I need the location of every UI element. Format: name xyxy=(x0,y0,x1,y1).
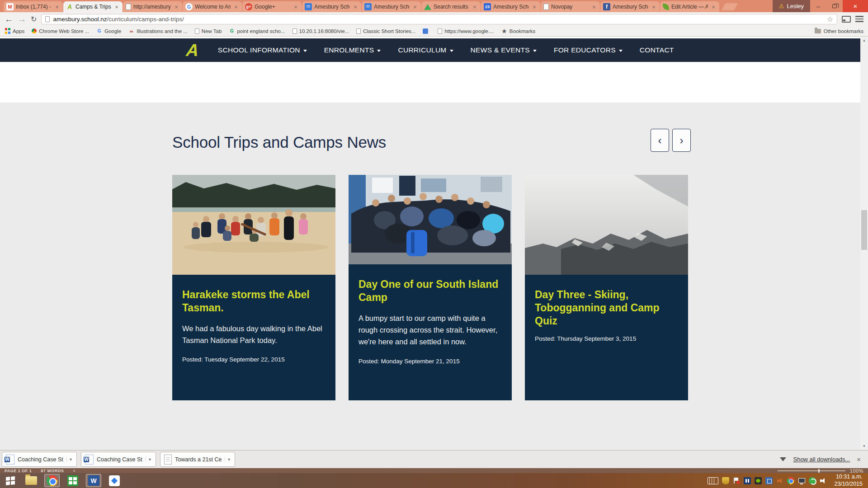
warning-icon: ⚠ xyxy=(779,3,784,9)
tab-close-icon[interactable]: × xyxy=(54,4,60,10)
scrollbar-thumb[interactable] xyxy=(861,210,867,250)
download-caret-icon[interactable]: ▾ xyxy=(225,457,233,462)
bookmark-intranet[interactable]: 10.20.1.16:8080/vie... xyxy=(292,28,349,34)
news-card-abel-tasman[interactable]: Harakeke storms the Abel Tasman. We had … xyxy=(172,175,335,400)
action-center-flag-icon[interactable] xyxy=(733,477,740,484)
tab-close-icon[interactable]: × xyxy=(412,4,418,10)
taskbar-file-explorer[interactable] xyxy=(24,474,39,487)
menu-icon[interactable] xyxy=(855,16,863,22)
tab-amesbury-doc-1[interactable]: Amesbury Schoo × xyxy=(302,1,361,12)
tab-google-plus[interactable]: g+ Google+ × xyxy=(242,1,302,12)
nav-school-information[interactable]: SCHOOL INFORMATION xyxy=(218,46,307,54)
bookmark-classic-stories[interactable]: Classic Short Stories... xyxy=(356,28,415,34)
show-all-downloads-link[interactable]: Show all downloads... xyxy=(793,456,850,463)
tab-amesbury-calendar[interactable]: 23 Amesbury Schoo × xyxy=(481,1,540,12)
tab-close-icon[interactable]: × xyxy=(292,4,299,10)
gmail-icon: M xyxy=(6,3,14,10)
touch-keyboard-icon[interactable] xyxy=(708,477,718,484)
nvidia-icon[interactable] xyxy=(755,477,762,484)
nav-for-educators[interactable]: FOR EDUCATORS xyxy=(554,46,623,54)
page-scrollbar[interactable]: ▲ ▼ xyxy=(860,37,868,450)
download-item-towards-html[interactable]: Towards a 21st Cen....html ▾ xyxy=(160,452,235,467)
news-card-skiing-day-three[interactable]: Day Three - Skiing, Tobogganning and Cam… xyxy=(525,175,688,400)
sync-icon[interactable] xyxy=(809,477,816,484)
tab-close-icon[interactable]: × xyxy=(591,4,597,10)
word-close-icon: × xyxy=(73,469,75,473)
muted-speaker-icon[interactable] xyxy=(776,477,783,484)
bookmark-apps[interactable]: Apps xyxy=(5,28,24,34)
bookmark-google-url[interactable]: https://www.google.... xyxy=(438,28,494,34)
bookmark-google[interactable]: G Google xyxy=(96,28,121,34)
other-bookmarks-button[interactable]: Other bookmarks xyxy=(815,28,863,34)
carousel-next-button[interactable]: › xyxy=(672,129,691,152)
tab-close-icon[interactable]: × xyxy=(233,4,239,10)
tab-close-icon[interactable]: × xyxy=(113,4,120,10)
tab-welcome[interactable]: G Welcome to Am × xyxy=(183,1,242,12)
tab-close-icon[interactable]: × xyxy=(531,4,538,10)
input-method-icon[interactable] xyxy=(765,477,773,484)
bookmark-illustrations[interactable]: ∞ Illustrations and the ... xyxy=(128,28,188,34)
close-button[interactable]: × xyxy=(843,0,868,12)
forward-button[interactable]: → xyxy=(18,15,26,23)
display-network-icon[interactable] xyxy=(798,477,805,484)
taskbar-clock[interactable]: 10:31 a.m. 23/10/2015 xyxy=(834,474,865,488)
carousel-prev-button[interactable]: ‹ xyxy=(651,129,669,152)
tab-close-icon[interactable]: × xyxy=(173,4,179,10)
tab-title: Inbox (1,774) - p xyxy=(16,4,52,10)
beach-group-photo xyxy=(172,175,335,275)
tab-camps-and-trips[interactable]: A Camps & Trips » × xyxy=(63,1,123,12)
downloads-close-icon[interactable]: × xyxy=(857,455,861,463)
taskbar-dropbox[interactable] xyxy=(107,474,122,487)
nav-news-events[interactable]: NEWS & EVENTS xyxy=(471,46,537,54)
download-caret-icon[interactable]: ▾ xyxy=(66,457,75,462)
taskbar-green-app[interactable] xyxy=(65,474,80,487)
nav-curriculum[interactable]: CURRICULUM xyxy=(398,46,453,54)
bookmark-point-england[interactable]: G point england scho... xyxy=(229,28,285,34)
tab-close-icon[interactable]: × xyxy=(710,4,717,10)
reload-button[interactable]: ↻ xyxy=(31,15,37,23)
card-text: A bumpy start to our camp with quite a r… xyxy=(359,312,502,348)
chrome-tray-icon[interactable] xyxy=(787,477,794,484)
scroll-down-icon[interactable]: ▼ xyxy=(860,442,868,450)
tab-search-results[interactable]: Search results - × xyxy=(421,1,481,12)
card-title[interactable]: Harakeke storms the Abel Tasman. xyxy=(182,288,326,314)
card-title[interactable]: Day Three - Skiing, Tobogganning and Cam… xyxy=(535,288,678,327)
tab-close-icon[interactable]: × xyxy=(352,4,359,10)
restore-button[interactable] xyxy=(826,0,843,12)
taskbar-chrome[interactable] xyxy=(44,474,60,487)
tab-novopay[interactable]: Novopay × xyxy=(541,1,600,12)
bookmark-webstore[interactable]: Chrome Web Store ... xyxy=(32,28,89,34)
address-bar[interactable]: amesbury.school.nz /curriculum/camps-and… xyxy=(41,14,837,24)
profile-button[interactable]: ⚠ Lesley xyxy=(773,0,810,12)
nav-contact[interactable]: CONTACT xyxy=(640,46,674,54)
tab-amesbury-doc-2[interactable]: Amesbury Schoo × xyxy=(362,1,421,12)
tab-amesbury-url[interactable]: http://amesbury × xyxy=(123,1,182,12)
download-item-coaching-1[interactable]: W Coaching Case Stu....docx ▾ xyxy=(2,452,77,467)
bookmark-star-icon[interactable]: ☆ xyxy=(827,15,833,23)
tab-edit-article[interactable]: Edit Article — A × xyxy=(660,1,719,12)
tab-close-icon[interactable]: × xyxy=(651,4,657,10)
security-shield-icon[interactable] xyxy=(722,477,729,484)
bookmark-bookmarks[interactable]: ★ Bookmarks xyxy=(501,28,536,34)
amesbury-logo[interactable]: A xyxy=(185,42,199,59)
download-item-coaching-2[interactable]: W Coaching Case Stu....docx ▾ xyxy=(81,452,156,467)
news-card-south-island-camp[interactable]: Day One of our South Island Camp A bumpy… xyxy=(349,175,512,400)
nav-enrolments[interactable]: ENROLMENTS xyxy=(324,46,381,54)
tab-gmail-inbox[interactable]: M Inbox (1,774) - p × xyxy=(4,1,63,12)
tab-close-icon[interactable]: × xyxy=(472,4,478,10)
cast-icon[interactable] xyxy=(842,16,851,23)
star-icon: ★ xyxy=(501,28,507,34)
bookmark-blue-notes[interactable] xyxy=(423,28,430,34)
blue-app-tray-icon[interactable] xyxy=(744,477,751,484)
taskbar-word[interactable]: W xyxy=(86,474,101,487)
scroll-up-icon[interactable]: ▲ xyxy=(860,37,868,44)
tab-amesbury-facebook[interactable]: f Amesbury Schoo × xyxy=(600,1,660,12)
back-button[interactable]: ← xyxy=(5,15,13,23)
bookmark-new-tab[interactable]: New Tab xyxy=(195,28,222,34)
volume-icon[interactable] xyxy=(820,477,827,484)
card-title[interactable]: Day One of our South Island Camp xyxy=(359,278,502,304)
download-caret-icon[interactable]: ▾ xyxy=(146,457,154,462)
new-tab-button[interactable] xyxy=(722,3,738,10)
start-button[interactable] xyxy=(3,474,18,487)
minimize-button[interactable]: – xyxy=(810,0,826,12)
